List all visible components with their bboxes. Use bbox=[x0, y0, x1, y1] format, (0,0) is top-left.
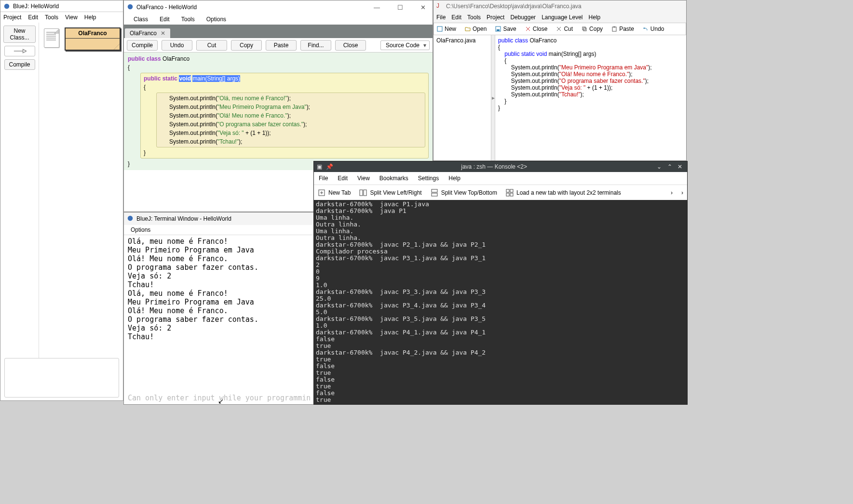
menu-view[interactable]: View bbox=[65, 14, 78, 21]
svg-rect-9 bbox=[364, 190, 366, 196]
view-mode-select[interactable]: Source Code bbox=[380, 40, 430, 50]
label: Load a new tab with layout 2x2 terminals bbox=[516, 189, 621, 196]
copy-button[interactable]: Copy bbox=[231, 40, 262, 51]
compile-button[interactable]: Compile bbox=[127, 40, 158, 51]
open-button[interactable]: Open bbox=[465, 26, 487, 32]
svg-rect-10 bbox=[432, 189, 437, 192]
menu-help[interactable]: Help bbox=[589, 14, 601, 21]
object-bench[interactable] bbox=[4, 358, 119, 398]
str: "O programa saber fazer contas." bbox=[559, 78, 645, 84]
pin-icon[interactable]: 📌 bbox=[326, 163, 333, 170]
close-button[interactable]: Close bbox=[525, 26, 548, 32]
maximize-icon[interactable]: ☐ bbox=[393, 4, 407, 11]
menu-settings[interactable]: Settings bbox=[418, 175, 439, 182]
split-lr-button[interactable]: Split View Left/Right bbox=[359, 189, 421, 197]
gutter-handle[interactable]: ▸ bbox=[491, 35, 495, 160]
ident: OlaFranco bbox=[162, 55, 190, 62]
minimize-icon[interactable]: ⌄ bbox=[655, 163, 663, 170]
new-tab-button[interactable]: New Tab bbox=[318, 189, 351, 197]
bluej-titlebar[interactable]: BlueJ: HelloWorld bbox=[0, 0, 123, 12]
menu-tools[interactable]: Tools bbox=[45, 14, 58, 21]
menu-help[interactable]: Help bbox=[84, 14, 96, 21]
menu-class[interactable]: Class bbox=[134, 16, 148, 23]
code: ); bbox=[287, 112, 291, 119]
menu-language-level[interactable]: Language Level bbox=[542, 14, 582, 21]
find-button[interactable]: Find... bbox=[300, 40, 331, 51]
konsole-titlebar[interactable]: ▣ 📌 java : zsh — Konsole <2> ⌄ ⌃ ✕ bbox=[314, 161, 687, 172]
undo-button[interactable]: Undo bbox=[162, 40, 192, 51]
maximize-icon[interactable]: ⌃ bbox=[665, 163, 674, 170]
menu-tools[interactable]: Tools bbox=[181, 16, 195, 23]
svg-rect-23 bbox=[583, 28, 586, 31]
svg-rect-22 bbox=[582, 27, 585, 30]
menu-view[interactable]: View bbox=[357, 175, 370, 182]
copy-button[interactable]: Copy bbox=[582, 26, 603, 32]
menu-options[interactable]: Options bbox=[206, 16, 226, 23]
svg-rect-13 bbox=[510, 189, 513, 192]
readme-icon[interactable] bbox=[44, 28, 59, 48]
tab-close-icon[interactable]: ✕ bbox=[161, 30, 165, 37]
tab-olafranco[interactable]: OlaFranco ✕ bbox=[125, 28, 170, 38]
code: ); bbox=[307, 104, 310, 110]
menu-file[interactable]: File bbox=[436, 14, 446, 21]
file-list[interactable]: OlaFranco.java bbox=[433, 35, 491, 160]
chevron-right-icon[interactable]: › bbox=[681, 189, 683, 196]
close-button[interactable]: Close bbox=[335, 40, 366, 51]
class-card-olafranco[interactable]: OlaFranco bbox=[65, 27, 121, 51]
code: ); bbox=[645, 78, 649, 84]
drjava-menubar: File Edit Tools Project Debugger Languag… bbox=[433, 12, 686, 23]
chevron-right-icon[interactable]: › bbox=[671, 189, 673, 196]
compile-button[interactable]: Compile bbox=[4, 59, 35, 70]
code: System.out.println( bbox=[498, 84, 559, 91]
cut-button[interactable]: Cut bbox=[196, 40, 227, 51]
drjava-editor[interactable]: public class OlaFranco { public static v… bbox=[495, 35, 686, 160]
konsole-output[interactable]: darkstar-6700k% javac P1.java darkstar-6… bbox=[314, 200, 687, 404]
code: ); bbox=[303, 121, 307, 128]
menu-project[interactable]: Project bbox=[487, 14, 504, 21]
menu-project[interactable]: Project bbox=[3, 14, 21, 21]
menu-help[interactable]: Help bbox=[448, 175, 460, 182]
editor-tabbar: OlaFranco ✕ bbox=[124, 25, 433, 38]
label: Close bbox=[533, 26, 548, 32]
code: + (1 + 1)); bbox=[585, 84, 612, 91]
label: New Tab bbox=[328, 189, 351, 196]
code: + (1 + 1)); bbox=[244, 130, 271, 136]
code: System.out.println( bbox=[169, 95, 217, 102]
menu-debugger[interactable]: Debugger bbox=[510, 14, 536, 21]
menu-edit[interactable]: Edit bbox=[160, 16, 170, 23]
paste-button[interactable]: Paste bbox=[266, 40, 297, 51]
svg-rect-24 bbox=[612, 27, 616, 31]
code: System.out.println( bbox=[169, 104, 217, 110]
kw: public static void bbox=[498, 51, 549, 57]
inheritance-arrow-button[interactable] bbox=[4, 46, 35, 56]
menu-file[interactable]: File bbox=[319, 175, 328, 182]
code: ); bbox=[581, 91, 584, 98]
close-icon[interactable]: ✕ bbox=[676, 163, 684, 170]
layout-2x2-button[interactable]: Load a new tab with layout 2x2 terminals bbox=[506, 189, 621, 197]
menu-tools[interactable]: Tools bbox=[467, 14, 481, 21]
split-tb-button[interactable]: Split View Top/Bottom bbox=[431, 189, 497, 197]
code: System.out.println( bbox=[169, 121, 217, 128]
drjava-titlebar[interactable]: J C:\Users\Franco\Desktop\java\drjava\Ol… bbox=[433, 0, 686, 12]
editor-titlebar[interactable]: OlaFranco - HelloWorld — ☐ ✕ bbox=[124, 0, 433, 14]
sig-selected: main(String[] args) bbox=[192, 75, 240, 82]
file-list-item[interactable]: OlaFranco.java bbox=[436, 37, 488, 44]
konsole-window: ▣ 📌 java : zsh — Konsole <2> ⌄ ⌃ ✕ File … bbox=[313, 161, 688, 405]
code-editor[interactable]: public class OlaFranco { public static v… bbox=[124, 53, 433, 170]
code: ); bbox=[287, 95, 291, 102]
minimize-icon[interactable]: — bbox=[370, 4, 384, 11]
save-button[interactable]: Save bbox=[495, 26, 516, 32]
menu-edit[interactable]: Edit bbox=[28, 14, 38, 21]
paste-button[interactable]: Paste bbox=[611, 26, 634, 32]
bluej-icon bbox=[3, 3, 10, 10]
new-class-button[interactable]: New Class... bbox=[3, 26, 36, 43]
menu-bookmarks[interactable]: Bookmarks bbox=[379, 175, 408, 182]
menu-edit[interactable]: Edit bbox=[451, 14, 461, 21]
close-icon[interactable]: ✕ bbox=[417, 4, 430, 11]
class-diagram[interactable]: OlaFranco bbox=[39, 23, 123, 365]
undo-button[interactable]: Undo bbox=[643, 26, 664, 32]
new-button[interactable]: New bbox=[437, 26, 456, 32]
bluej-sidebar: New Class... Compile bbox=[0, 23, 39, 365]
cut-button[interactable]: Cut bbox=[556, 26, 573, 32]
menu-edit[interactable]: Edit bbox=[338, 175, 348, 182]
